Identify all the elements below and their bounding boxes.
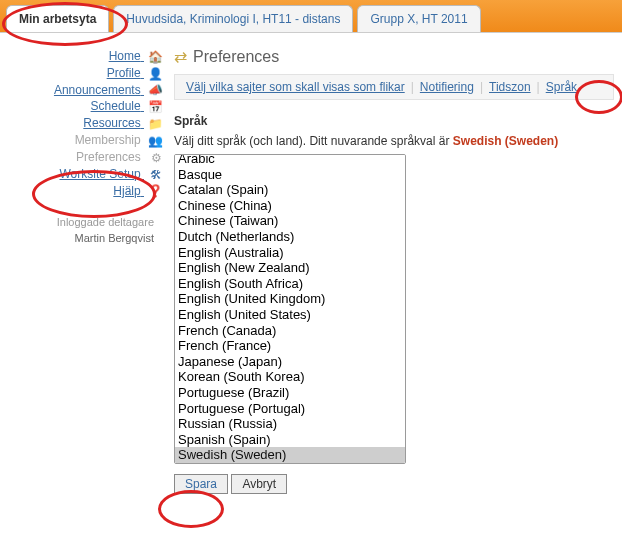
tab-bar: Min arbetsytaHuvudsida, Kriminologi I, H… (0, 0, 622, 33)
preferences-icon: ⚙ (148, 151, 162, 165)
home-icon: 🏠 (148, 50, 162, 64)
language-option[interactable]: French (France) (175, 338, 405, 354)
language-option[interactable]: Portuguese (Portugal) (175, 401, 405, 417)
reset-icon[interactable]: ⇄ (174, 47, 187, 66)
language-option[interactable]: Korean (South Korea) (175, 369, 405, 385)
language-option[interactable]: English (New Zealand) (175, 260, 405, 276)
sidebar-item-resources[interactable]: Resources 📁 (0, 116, 162, 131)
tab-0[interactable]: Min arbetsyta (6, 5, 109, 32)
sidebar-item-label: Hjälp (113, 184, 140, 198)
page-title-text: Preferences (193, 48, 279, 66)
sidebar-item-help[interactable]: Hjälp ❓ (0, 184, 162, 199)
logged-in-user: Martin Bergqvist (0, 232, 154, 244)
worksite-setup-icon: 🛠 (148, 168, 162, 182)
save-button[interactable]: Spara (174, 474, 228, 494)
language-option[interactable]: Chinese (Taiwan) (175, 213, 405, 229)
language-option[interactable]: English (United States) (175, 307, 405, 323)
language-option[interactable]: Chinese (China) (175, 198, 405, 214)
language-option[interactable]: Arabic (175, 154, 405, 167)
language-option[interactable]: Dutch (Netherlands) (175, 229, 405, 245)
sidebar-item-preferences[interactable]: Preferences ⚙ (0, 150, 162, 165)
sidebar-item-label: Profile (107, 66, 141, 80)
subnav-link-3[interactable]: Språk (546, 80, 577, 94)
sidebar-item-profile[interactable]: Profile 👤 (0, 66, 162, 81)
language-option[interactable]: Russian (Russia) (175, 416, 405, 432)
language-option[interactable]: French (Canada) (175, 323, 405, 339)
tab-1[interactable]: Huvudsida, Kriminologi I, HT11 - distans (113, 5, 353, 32)
membership-icon: 👥 (148, 134, 162, 148)
annotation-circle (158, 490, 224, 528)
language-option[interactable]: Catalan (Spain) (175, 182, 405, 198)
language-option[interactable]: Swedish (Sweden) (175, 447, 405, 463)
resources-icon: 📁 (148, 117, 162, 131)
language-option[interactable]: English (Australia) (175, 245, 405, 261)
sidebar-item-announcements[interactable]: Announcements 📣 (0, 83, 162, 98)
sidebar: Home 🏠Profile 👤Announcements 📣Schedule 📅… (0, 33, 162, 494)
language-option[interactable]: Spanish (Spain) (175, 432, 405, 448)
sidebar-item-label: Membership (75, 133, 141, 147)
logged-in-header: Inloggade deltagare (0, 216, 154, 228)
sidebar-item-label: Announcements (54, 83, 141, 97)
cancel-button[interactable]: Avbryt (231, 474, 287, 494)
language-option[interactable]: English (South Africa) (175, 276, 405, 292)
sidebar-item-worksite-setup[interactable]: Worksite Setup 🛠 (0, 167, 162, 182)
profile-icon: 👤 (148, 67, 162, 81)
sidebar-item-schedule[interactable]: Schedule 📅 (0, 99, 162, 114)
language-option[interactable]: Japanese (Japan) (175, 354, 405, 370)
page-title: ⇄ Preferences (174, 47, 614, 66)
tab-2[interactable]: Grupp X, HT 2011 (357, 5, 480, 32)
sidebar-item-label: Worksite Setup (60, 167, 141, 181)
subnav: Välj vilka sajter som skall visas som fl… (174, 74, 614, 100)
section-label: Språk (174, 114, 614, 128)
subnav-link-1[interactable]: Notifiering (420, 80, 474, 94)
language-option[interactable]: English (United Kingdom) (175, 291, 405, 307)
section-description: Välj ditt språk (och land). Ditt nuvaran… (174, 134, 614, 148)
sidebar-item-label: Home (109, 49, 141, 63)
sidebar-item-membership[interactable]: Membership 👥 (0, 133, 162, 148)
sidebar-item-label: Preferences (76, 150, 141, 164)
sidebar-item-home[interactable]: Home 🏠 (0, 49, 162, 64)
sidebar-item-label: Schedule (91, 99, 141, 113)
help-icon: ❓ (148, 184, 162, 198)
language-select[interactable]: ArabicBasqueCatalan (Spain)Chinese (Chin… (174, 154, 406, 464)
sidebar-item-label: Resources (83, 116, 140, 130)
language-option[interactable]: Portuguese (Brazil) (175, 385, 405, 401)
main-content: ⇄ Preferences Välj vilka sajter som skal… (162, 33, 622, 494)
subnav-link-2[interactable]: Tidszon (489, 80, 531, 94)
announcements-icon: 📣 (148, 83, 162, 97)
schedule-icon: 📅 (148, 100, 162, 114)
current-language: Swedish (Sweden) (453, 134, 558, 148)
subnav-link-0[interactable]: Välj vilka sajter som skall visas som fl… (186, 80, 405, 94)
language-option[interactable]: Basque (175, 167, 405, 183)
